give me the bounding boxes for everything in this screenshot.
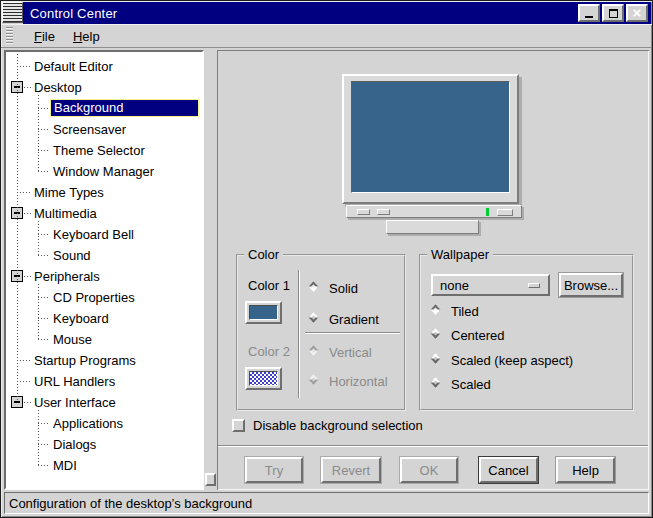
sidebar-item-mouse[interactable]: Mouse (53, 332, 92, 347)
tree-row: URL Handlers (6, 371, 202, 392)
browse-button[interactable]: Browse... (559, 273, 623, 297)
sidebar-item-desktop[interactable]: Desktop (34, 80, 82, 95)
power-led-icon (486, 208, 489, 216)
radio-diamond-icon (430, 377, 444, 391)
sidebar-item-keyboard[interactable]: Keyboard (53, 311, 109, 326)
sidebar-item-startup-programs[interactable]: Startup Programs (34, 353, 136, 368)
tree-row: Keyboard Bell (6, 224, 202, 245)
minimize-button[interactable] (578, 4, 600, 22)
close-button[interactable] (626, 4, 648, 22)
color-section-title: Color (244, 247, 283, 262)
disable-background-label: Disable background selection (253, 418, 423, 433)
monitor-base (346, 205, 522, 218)
radio-label: Gradient (329, 312, 379, 327)
color2-swatch-button[interactable] (245, 367, 282, 390)
sidebar-item-url-handlers[interactable]: URL Handlers (34, 374, 115, 389)
radio-scaled-keep-aspect-[interactable]: Scaled (keep aspect) (430, 352, 573, 368)
tree-row: Keyboard (6, 308, 202, 329)
disable-background-checkbox[interactable] (232, 419, 245, 432)
radio-tiled[interactable]: Tiled (430, 303, 479, 319)
statusbar: Configuration of the desktop’s backgroun… (4, 492, 649, 514)
window-controls (578, 4, 648, 22)
radio-diamond-icon (308, 312, 322, 326)
sidebar-item-cd-properties[interactable]: CD Properties (53, 290, 135, 305)
maximize-button[interactable] (602, 4, 624, 22)
radio-label: Horizontal (329, 374, 388, 389)
tree-connector (38, 297, 50, 298)
sidebar-item-window-manager[interactable]: Window Manager (53, 164, 154, 179)
sidebar-item-peripherals[interactable]: Peripherals (34, 269, 100, 284)
sidebar-item-user-interface[interactable]: User Interface (34, 395, 116, 410)
try-button[interactable]: Try (245, 457, 303, 483)
radio-diamond-icon (308, 281, 322, 295)
monitor-power-button-icon (497, 209, 513, 216)
status-text: Configuration of the desktop’s backgroun… (9, 496, 252, 511)
radio-diamond-icon (430, 304, 444, 318)
monitor-stand (386, 220, 479, 234)
sidebar-item-mime-types[interactable]: Mime Types (34, 185, 104, 200)
ok-button[interactable]: OK (400, 457, 458, 483)
actions-divider (218, 445, 648, 447)
sidebar-item-screensaver[interactable]: Screensaver (53, 122, 126, 137)
sidebar-item-theme-selector[interactable]: Theme Selector (53, 143, 145, 158)
color-section: Color Color 1 Color 2 SolidGradientVerti… (236, 254, 406, 411)
sidebar-item-mdi[interactable]: MDI (53, 458, 77, 473)
sidebar-item-sound[interactable]: Sound (53, 248, 91, 263)
tree-row: Background (6, 98, 202, 119)
disable-background-row: Disable background selection (232, 417, 423, 433)
sidebar-item-default-editor[interactable]: Default Editor (34, 59, 113, 74)
tree-connector (38, 465, 50, 466)
radio-horizontal[interactable]: Horizontal (308, 373, 388, 389)
tree-connector (38, 150, 50, 151)
window-title: Control Center (30, 6, 117, 21)
radio-label: Scaled (451, 377, 491, 392)
radio-vertical[interactable]: Vertical (308, 344, 372, 360)
sidebar-item-dialogs[interactable]: Dialogs (53, 437, 96, 452)
tree-row: CD Properties (6, 287, 202, 308)
sidebar-item-background[interactable]: Background (50, 99, 199, 117)
tree-connector (38, 234, 50, 235)
menu-help[interactable]: Help (64, 26, 109, 47)
sidebar-item-multimedia[interactable]: Multimedia (34, 206, 97, 221)
tree-row: Mime Types (6, 182, 202, 203)
revert-button[interactable]: Revert (321, 457, 381, 483)
radio-gradient[interactable]: Gradient (308, 311, 379, 327)
tree-connector (38, 171, 50, 172)
titlebar[interactable]: Control Center (23, 2, 651, 24)
wallpaper-file-select[interactable]: none (431, 274, 550, 296)
tree-guide-line (17, 54, 18, 402)
close-icon (633, 7, 642, 19)
menubar: FileHelp (1, 24, 652, 48)
cancel-button[interactable]: Cancel (479, 457, 538, 483)
tree-guide-line (38, 95, 39, 171)
radio-solid[interactable]: Solid (308, 280, 358, 296)
pane-drag-handle[interactable] (205, 473, 216, 486)
menubar-grip-handle[interactable] (6, 27, 13, 45)
color2-swatch-fill (249, 371, 278, 386)
menu-file[interactable]: File (25, 26, 64, 47)
color1-swatch-button[interactable] (245, 301, 282, 324)
wallpaper-file-value: none (440, 278, 469, 293)
color-section-divider (298, 270, 300, 398)
color2-label: Color 2 (248, 344, 290, 359)
option-menu-indicator-icon (528, 283, 540, 288)
sidebar-item-applications[interactable]: Applications (53, 416, 123, 431)
tree-connector (24, 87, 32, 88)
help-button[interactable]: Help (556, 457, 615, 483)
tree-row: Peripherals (6, 266, 202, 287)
tree-guide-line (38, 221, 39, 255)
control-center-window: Control Center FileHelp Default EditorDe… (0, 0, 653, 518)
radio-label: Centered (451, 328, 504, 343)
radio-scaled[interactable]: Scaled (430, 376, 491, 392)
tree-guide-line (38, 284, 39, 339)
tree-connector (38, 129, 50, 130)
radio-diamond-icon (308, 345, 322, 359)
pane-divider[interactable] (204, 50, 217, 490)
radio-centered[interactable]: Centered (430, 327, 504, 343)
background-capplet-panel: Color Color 1 Color 2 SolidGradientVerti… (217, 50, 649, 490)
preview-screen (351, 81, 510, 193)
radio-label: Scaled (keep aspect) (451, 353, 573, 368)
tree-connector (17, 360, 30, 361)
tree-connector (38, 339, 50, 340)
sidebar-item-keyboard-bell[interactable]: Keyboard Bell (53, 227, 134, 242)
